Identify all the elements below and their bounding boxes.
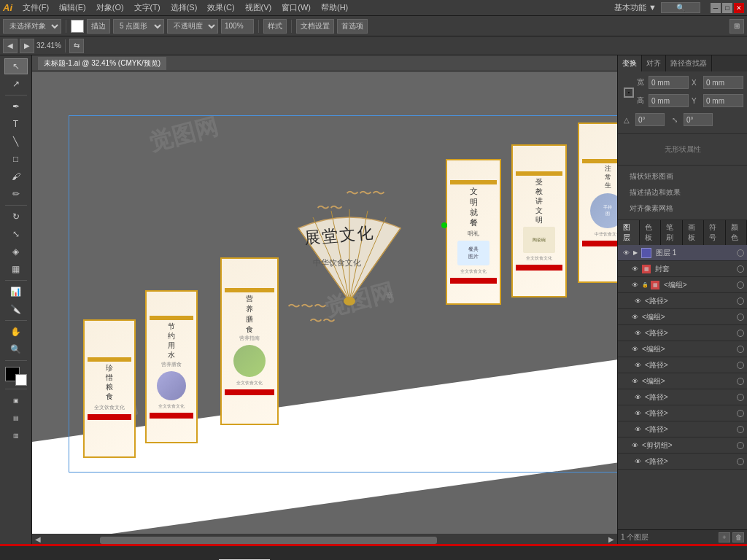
eye-icon-p2[interactable]: 👁 xyxy=(632,328,643,338)
blend-tool[interactable]: ◈ xyxy=(4,244,28,260)
opacity-select[interactable]: 不透明度 xyxy=(167,19,218,34)
close-button[interactable]: ✕ xyxy=(734,3,744,13)
menu-object[interactable]: 对象(O) xyxy=(92,1,128,15)
eye-icon-p6[interactable]: 👁 xyxy=(632,424,643,435)
mode-btn2[interactable]: ▤ xyxy=(4,410,28,426)
layer-item-group4[interactable]: 👁 <编组> xyxy=(618,373,747,389)
scroll-left[interactable]: ◀ xyxy=(35,535,41,543)
expand-arrow-1[interactable]: ▶ xyxy=(633,249,638,256)
background-color[interactable] xyxy=(15,374,27,386)
eye-icon-p1[interactable]: 👁 xyxy=(632,296,643,306)
layer-item-path5[interactable]: 👁 <路径> xyxy=(618,405,747,421)
tab-transform[interactable]: 变换 xyxy=(618,55,642,71)
menu-view[interactable]: 视图(V) xyxy=(241,1,276,15)
stroke-option-link[interactable]: 描状矩形图画 xyxy=(624,168,741,184)
tab-artboards[interactable]: 画板 xyxy=(683,220,705,245)
menu-file[interactable]: 文件(F) xyxy=(18,1,53,15)
search-box[interactable]: 🔍 xyxy=(661,2,700,13)
tab-symbols[interactable]: 符号 xyxy=(704,220,726,245)
gradient-tool[interactable]: ▦ xyxy=(4,261,28,277)
rect-tool[interactable]: □ xyxy=(4,151,28,167)
minimize-button[interactable]: ─ xyxy=(711,3,721,13)
doc-setup-button[interactable]: 文档设置 xyxy=(296,19,334,34)
select-tool[interactable]: ↖ xyxy=(4,58,28,74)
menu-text[interactable]: 文字(T) xyxy=(130,1,165,15)
layer-item-path1[interactable]: 👁 <路径> xyxy=(618,293,747,309)
nav-next[interactable]: ▶ xyxy=(20,39,34,53)
menu-select[interactable]: 选择(S) xyxy=(166,1,202,15)
scroll-thumb-h[interactable] xyxy=(100,537,437,544)
slice-tool[interactable]: 🔪 xyxy=(4,301,28,317)
style-button[interactable]: 样式 xyxy=(263,19,287,34)
layer-item-cover[interactable]: 👁 ▦ 封套 xyxy=(618,261,747,277)
new-layer-btn[interactable]: + xyxy=(719,532,730,542)
pixel-grid-link[interactable]: 对齐像素网格 xyxy=(624,201,741,217)
stroke-select[interactable]: 5 点圆形 xyxy=(113,19,164,34)
y-input[interactable] xyxy=(703,94,743,107)
menu-effect[interactable]: 效果(C) xyxy=(203,1,239,15)
tab-align[interactable]: 对齐 xyxy=(642,55,666,71)
layer-item-path2[interactable]: 👁 <路径> xyxy=(618,325,747,341)
ref-point-icon[interactable]: · xyxy=(624,88,634,98)
tab-swatches[interactable]: 色板 xyxy=(640,220,662,245)
column-graph-tool[interactable]: 📊 xyxy=(4,284,28,300)
layer-item-group1[interactable]: 👁 🔒 ▦ <编组> xyxy=(618,277,747,293)
nav-prev[interactable]: ◀ xyxy=(3,39,18,53)
transform-button[interactable]: ⇆ xyxy=(69,39,84,53)
maximize-button[interactable]: □ xyxy=(722,3,732,13)
zoom-tool[interactable]: 🔍 xyxy=(4,341,28,357)
eye-icon-g1[interactable]: 👁 xyxy=(630,280,640,290)
eye-icon-p5[interactable]: 👁 xyxy=(632,408,643,419)
pen-tool[interactable]: ✒ xyxy=(4,98,28,114)
mode-btn3[interactable]: ▥ xyxy=(4,427,28,443)
active-tab-title[interactable]: 未标题-1.ai @ 32.41% (CMYK/预览) xyxy=(38,57,166,70)
menu-window[interactable]: 窗口(W) xyxy=(277,1,315,15)
menu-help[interactable]: 帮助(H) xyxy=(317,1,352,15)
layer-item-path6[interactable]: 👁 <路径> xyxy=(618,421,747,438)
basic-function[interactable]: 基本功能 ▼ xyxy=(614,2,657,13)
paintbrush-tool[interactable]: 🖌 xyxy=(4,168,28,184)
eye-icon-p3[interactable]: 👁 xyxy=(632,360,643,370)
type-tool[interactable]: T xyxy=(4,116,28,132)
layer-item-layer1[interactable]: 👁 ▶ 图层 1 xyxy=(618,245,747,261)
layer-item-path3[interactable]: 👁 <路径> xyxy=(618,357,747,373)
eye-icon-p7[interactable]: 👁 xyxy=(632,456,643,467)
tab-color[interactable]: 颜色 xyxy=(726,220,748,245)
angle-input[interactable] xyxy=(635,113,665,126)
eye-icon-cover[interactable]: 👁 xyxy=(630,264,640,274)
pencil-tool[interactable]: ✏ xyxy=(4,186,28,202)
layer-item-path7[interactable]: 👁 <路径> xyxy=(618,454,747,470)
shear-input[interactable] xyxy=(684,113,713,126)
eye-icon-g3[interactable]: 👁 xyxy=(630,344,640,354)
tab-layers[interactable]: 图层 xyxy=(618,220,640,245)
eye-icon-g4[interactable]: 👁 xyxy=(630,376,640,386)
arrange-button[interactable]: ⊞ xyxy=(729,19,744,34)
scrollbar-horizontal[interactable]: ◀ ▶ xyxy=(32,534,617,544)
layer-item-group2[interactable]: 👁 <编组> xyxy=(618,309,747,325)
layer-item-clipgroup[interactable]: 👁 <剪切组> xyxy=(618,438,747,454)
layer-item-group3[interactable]: 👁 <编组> xyxy=(618,341,747,357)
scroll-right[interactable]: ▶ xyxy=(608,535,614,543)
first-option-button[interactable]: 首选项 xyxy=(337,19,368,34)
width-input[interactable] xyxy=(649,76,689,89)
mode-btn1[interactable]: ▣ xyxy=(4,392,28,408)
scale-tool[interactable]: ⤡ xyxy=(4,226,28,242)
stroke-effect-link[interactable]: 描述描边和效果 xyxy=(624,184,741,201)
delete-layer-btn[interactable]: 🗑 xyxy=(732,532,744,542)
menu-edit[interactable]: 编辑(E) xyxy=(55,1,90,15)
x-input[interactable] xyxy=(703,76,743,89)
select-tool-dropdown[interactable]: 未选择对象 xyxy=(3,19,61,34)
opacity-value[interactable] xyxy=(221,19,254,34)
eye-icon-g2[interactable]: 👁 xyxy=(630,312,640,322)
tab-pathfinder[interactable]: 路径查找器 xyxy=(666,55,712,71)
eye-icon-p4[interactable]: 👁 xyxy=(632,392,643,402)
layer-item-path4[interactable]: 👁 <路径> xyxy=(618,389,747,405)
direct-select-tool[interactable]: ↗ xyxy=(4,76,28,92)
eye-icon-clip[interactable]: 👁 xyxy=(630,440,640,451)
fill-color[interactable] xyxy=(71,20,84,33)
tab-brushes[interactable]: 笔刷 xyxy=(661,220,683,245)
stroke-button[interactable]: 描边 xyxy=(87,19,110,34)
canvas-content[interactable]: 觉图网 觉图网 觉图网 珍惜粮食 全文饮食文化 节约用水 xyxy=(32,71,617,544)
eye-icon-1[interactable]: 👁 xyxy=(621,248,631,258)
rotate-tool[interactable]: ↻ xyxy=(4,209,28,225)
